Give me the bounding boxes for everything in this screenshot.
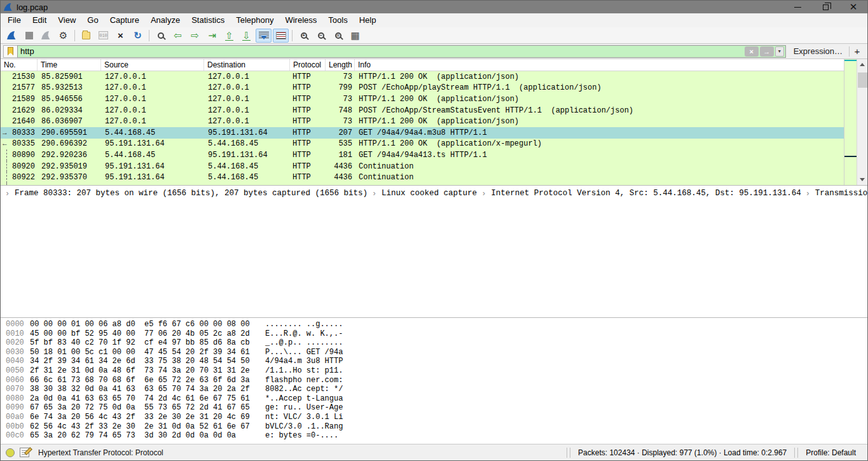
detail-tree-line[interactable]: Internet Protocol Version 4, Src: 5.44.1… [477,189,801,198]
open-file-button[interactable] [78,29,94,43]
cell-source: 95.191.131.64 [101,173,204,182]
scrollbar-up-button[interactable] [857,59,867,70]
hex-offset: 0000 [6,320,30,329]
column-header-time[interactable]: Time [38,59,101,71]
restart-capture-button[interactable] [38,29,54,43]
hex-row[interactable]: 007038 30 38 32 0d 0a 41 63 63 65 70 74 … [6,385,867,394]
expression-button[interactable]: Expression… [786,46,849,56]
table-row[interactable]: 80920292.93501995.191.131.645.44.168.45H… [1,161,844,172]
packet-list-body: 2153085.825901127.0.0.1127.0.0.1HTTP73HT… [1,71,844,185]
auto-scroll-toggle-button[interactable] [256,29,272,43]
close-button[interactable]: ✕ [839,1,867,13]
table-row[interactable]: 2153085.825901127.0.0.1127.0.0.1HTTP73HT… [1,71,844,83]
hex-row[interactable]: 00205f bf 83 40 c2 70 1f 92 cf e4 97 bb … [6,338,867,348]
menu-statistics[interactable]: Statistics [186,14,230,27]
close-file-button[interactable]: × [113,29,128,43]
table-row[interactable]: 80924292.93540495.191.131.645.44.168.45H… [1,183,844,185]
menu-capture[interactable]: Capture [104,14,145,27]
detail-tree-line[interactable]: Frame 80333: 207 bytes on wire (1656 bit… [1,189,368,198]
hex-row[interactable]: 00a06e 74 3a 20 56 4c 43 2f 33 2e 30 2e … [6,413,867,422]
hex-offset: 0080 [6,394,30,404]
column-header-info[interactable]: Info [355,59,844,71]
add-filter-button[interactable]: + [850,46,865,57]
column-header-protocol[interactable]: Protocol [290,59,326,71]
cell-info: Continuation [355,173,844,182]
filter-clear-button[interactable]: × [745,46,759,57]
hex-row[interactable]: 004034 2f 39 34 61 34 2e 6d 33 75 38 20 … [6,357,867,366]
reload-file-button[interactable]: ↻ [130,29,146,43]
menu-go[interactable]: Go [81,14,104,27]
hex-ascii: *..Accep t-Langua [254,394,343,404]
detail-tree-line[interactable]: Linux cooked capture [368,189,477,198]
go-first-packet-button[interactable]: ⇧ [221,29,237,43]
go-back-button[interactable]: ⇦ [170,29,186,43]
stop-capture-icon [25,32,33,39]
display-filter-input[interactable]: http × → ▾ [17,45,786,58]
column-header-destination[interactable]: Destination [204,59,290,71]
save-file-button[interactable]: 010 [95,29,111,43]
menu-telephony[interactable]: Telephony [230,14,279,27]
filter-bookmark-button[interactable] [3,45,17,58]
hex-row[interactable]: 009067 65 3a 20 72 75 0d 0a 55 73 65 72 … [6,403,867,413]
hex-row[interactable]: 00502f 31 2e 31 0d 0a 48 6f 73 74 3a 20 … [6,366,867,376]
hex-row[interactable]: 00b062 56 4c 43 2f 33 2e 30 2e 31 0d 0a … [6,422,867,432]
cell-protocol: HTTP [290,162,326,171]
hex-ascii: ge: ru.. User-Age [254,403,343,413]
stop-capture-button[interactable] [21,29,37,43]
hex-row[interactable]: 003050 18 01 00 5c c1 00 00 47 45 54 20 … [6,348,867,357]
scrollbar-thumb[interactable] [858,72,867,88]
menu-tools[interactable]: Tools [322,14,353,27]
go-to-packet-button[interactable]: ⇥ [204,29,220,43]
hex-row[interactable]: 001045 00 00 bf 52 95 40 00 77 06 20 4b … [6,329,867,339]
table-row[interactable]: 2164086.036907127.0.0.1127.0.0.1HTTP73HT… [1,116,844,127]
menu-help[interactable]: Help [354,14,382,27]
menu-file[interactable]: File [2,14,27,27]
go-forward-button[interactable]: ⇨ [187,29,203,43]
restore-button[interactable] [811,1,839,13]
expert-info-icon[interactable] [6,448,15,457]
column-header-no[interactable]: No. [1,59,38,71]
zoom-reset-sign: = [336,34,340,38]
find-packet-button[interactable] [153,29,169,43]
hex-row[interactable]: 00c065 3a 20 62 79 74 65 73 3d 30 2d 0d … [6,431,867,440]
minimap-dark-marker [844,156,857,157]
menu-wireless[interactable]: Wireless [279,14,322,27]
table-row[interactable]: 2162986.029334127.0.0.1127.0.0.1HTTP748P… [1,105,844,116]
zoom-in-button[interactable]: + [296,29,312,43]
colorize-toggle-button[interactable] [273,29,289,43]
go-last-packet-button[interactable]: ⇩ [238,29,254,43]
hex-row[interactable]: 00802a 0d 0a 41 63 63 65 70 74 2d 4c 61 … [6,394,867,404]
table-row[interactable]: 80922292.93537095.191.131.645.44.168.45H… [1,172,844,183]
zoom-out-button[interactable]: − [313,29,329,43]
column-header-length[interactable]: Length [326,59,355,71]
column-header-source[interactable]: Source [101,59,204,71]
start-capture-button[interactable] [4,29,20,43]
zoom-reset-button[interactable]: = [330,29,346,43]
table-row[interactable]: 2158985.946556127.0.0.1127.0.0.1HTTP73HT… [1,93,844,105]
menu-analyze[interactable]: Analyze [145,14,186,27]
packet-list-scrollbar[interactable] [857,59,867,185]
cell-time: 292.935404 [38,184,101,185]
status-separator [567,448,567,458]
detail-tree-line[interactable]: Transmission Control Protocol, Src Port:… [801,189,867,198]
menu-view[interactable]: View [52,14,81,27]
hex-row[interactable]: 000000 00 00 01 00 06 a8 d0 e5 f6 67 c6 … [6,320,867,329]
scrollbar-down-button[interactable] [857,174,867,185]
packet-list-minimap[interactable] [844,59,857,185]
cell-protocol: HTTP [290,83,326,92]
profile-text[interactable]: Profile: Default [799,448,862,457]
table-row[interactable]: ←80335290.69639295.191.131.645.44.168.45… [1,139,844,150]
hex-row[interactable]: 006066 6c 61 73 68 70 68 6f 6e 65 72 2e … [6,376,867,385]
go-last-packet-icon: ⇩ [242,31,251,41]
capture-comment-icon[interactable] [20,448,29,457]
capture-options-button[interactable]: ⚙ [55,29,71,43]
filter-history-dropdown[interactable]: ▾ [775,46,784,57]
table-row[interactable]: →80333290.6955915.44.168.4595.191.131.64… [1,127,844,139]
table-row[interactable]: 2157785.932513127.0.0.1127.0.0.1HTTP799P… [1,83,844,94]
filter-apply-button[interactable]: → [760,46,774,57]
minimap-selected-marker [844,60,857,61]
resize-columns-button[interactable]: ▦ [347,29,363,43]
table-row[interactable]: 80890292.9202365.44.168.4595.191.131.64H… [1,149,844,161]
menu-edit[interactable]: Edit [27,14,52,27]
minimize-button[interactable] [783,1,811,13]
